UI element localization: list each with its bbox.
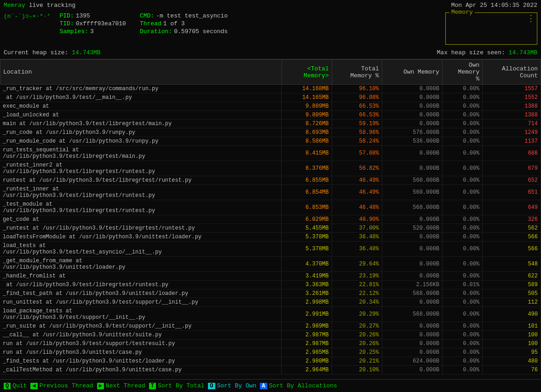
table-row: _runtest_inner at /usr/lib/python3.9/tes… — [0, 185, 541, 200]
cell-location: at /usr/lib/python3.9/test/__main__.py — [0, 93, 282, 102]
table-row: loadTestsFromModule at /usr/lib/python3.… — [0, 233, 541, 242]
cmd-value: -m test test_asyncio — [156, 12, 228, 19]
table-row: run_unittest at /usr/lib/python3.9/test/… — [0, 298, 541, 307]
cell-alloc-count: 1388 — [483, 111, 541, 120]
cell-location: _callTestMethod at /usr/lib/python3.9/un… — [0, 366, 282, 375]
table-header-row: Location <TotalMemory> TotalMemory % Own… — [0, 60, 541, 85]
cell-own-mem: 568.000B — [382, 200, 442, 215]
cell-total-pct: 20.34% — [332, 298, 382, 307]
table-row: _run_tracker at /src/src/memray/commands… — [0, 85, 541, 93]
cell-location: run_tests_sequential at /usr/lib/python3… — [0, 146, 282, 161]
cell-total-mem: 8.693MB — [282, 128, 332, 137]
cell-own-mem: 2.156KB — [382, 281, 442, 289]
alloc-key-badge: A — [260, 383, 267, 389]
header-alloc-count[interactable]: AllocationCount — [483, 60, 541, 85]
cell-own-mem: 0.000B — [382, 257, 442, 272]
cell-total-pct: 22.12% — [332, 289, 382, 298]
prev-key-group[interactable]: ◄ Previous Thread — [30, 382, 93, 389]
cell-total-pct: 20.25% — [332, 348, 382, 357]
thread-key-group[interactable]: T Sort By Total — [149, 382, 205, 389]
cell-total-mem: 3.419MB — [282, 272, 332, 281]
cell-total-mem: 14.165MB — [282, 93, 332, 102]
cell-own-pct: 0.00% — [442, 93, 482, 102]
table-row: at /usr/lib/python3.9/test/libregrtest/r… — [0, 281, 541, 289]
cell-total-pct: 23.19% — [332, 272, 382, 281]
cell-total-pct: 66.53% — [332, 111, 382, 120]
cell-total-mem: 6.853MB — [282, 200, 332, 215]
cell-total-mem: 2.989MB — [282, 322, 332, 331]
cell-own-pct: 0.00% — [442, 137, 482, 146]
cell-total-mem: 8.726MB — [282, 120, 332, 128]
cell-total-pct: 66.53% — [332, 102, 382, 111]
cell-own-pct: 0.00% — [442, 272, 482, 281]
table-row: load_package_tests at /usr/lib/python3.9… — [0, 307, 541, 322]
cell-total-pct: 46.48% — [332, 200, 382, 215]
table-row: runtest at /usr/lib/python3.9/test/libre… — [0, 176, 541, 185]
cell-own-pct: 0.01% — [442, 281, 482, 289]
header-total-pct[interactable]: TotalMemory % — [332, 60, 382, 85]
header-own-pct[interactable]: Own Memory% — [442, 60, 482, 85]
cell-total-mem: 6.029MB — [282, 215, 332, 224]
cell-alloc-count: 562 — [483, 224, 541, 233]
quit-key-group[interactable]: Q Quit — [4, 382, 27, 389]
cell-own-pct: 0.00% — [442, 128, 482, 137]
current-heap-label: Current heap size: — [4, 49, 68, 56]
cell-alloc-count: 649 — [483, 200, 541, 215]
cell-total-pct: 20.26% — [332, 331, 382, 340]
cell-alloc-count: 652 — [483, 176, 541, 185]
cell-own-mem: 560.000B — [382, 185, 442, 200]
alloc-key-group[interactable]: A Sort By Allocations — [260, 382, 337, 389]
own-key-group[interactable]: O Sort By Own — [208, 382, 256, 389]
app-name: Memray — [4, 2, 25, 9]
next-key-group[interactable]: ► Next Thread — [97, 382, 145, 389]
cell-own-pct: 0.00% — [442, 233, 482, 242]
cell-location: main at /usr/lib/python3.9/test/libregrt… — [0, 120, 282, 128]
cell-own-pct: 0.00% — [442, 357, 482, 366]
header-title: Memray live tracking — [4, 2, 75, 9]
cell-total-mem: 6.855MB — [282, 176, 332, 185]
cell-alloc-count: 1137 — [483, 137, 541, 146]
table-body: _run_tracker at /src/src/memray/commands… — [0, 85, 541, 375]
cell-own-pct: 0.00% — [442, 340, 482, 348]
cell-own-mem: 0.000B — [382, 331, 442, 340]
cell-total-mem: 3.363MB — [282, 281, 332, 289]
cell-location: run at /usr/lib/python3.9/unittest/case.… — [0, 348, 282, 357]
cell-alloc-count: 1388 — [483, 102, 541, 111]
header-total-mem[interactable]: <TotalMemory> — [282, 60, 332, 85]
cell-own-mem: 0.000B — [382, 120, 442, 128]
cell-total-mem: 3.261MB — [282, 289, 332, 298]
cell-alloc-count: 566 — [483, 233, 541, 242]
cell-own-pct: 0.00% — [442, 257, 482, 272]
tid-label: TID: — [59, 20, 74, 27]
table-row: _runtest_inner2 at /usr/lib/python3.9/te… — [0, 161, 541, 176]
cell-own-mem: 568.000B — [382, 289, 442, 298]
next-key-badge: ► — [97, 383, 104, 389]
cell-own-mem: 624.000B — [382, 357, 442, 366]
cell-own-mem: 0.000B — [382, 366, 442, 375]
cell-own-mem: 0.000B — [382, 348, 442, 357]
cell-total-mem: 5.378MB — [282, 242, 332, 257]
cell-own-pct: 0.00% — [442, 146, 482, 161]
cell-total-pct: 58.96% — [332, 128, 382, 137]
header-own-mem[interactable]: Own Memory — [382, 60, 442, 85]
max-heap-value: 14.743MB — [509, 49, 537, 56]
scroll-area[interactable]: _run_tracker at /src/src/memray/commands… — [0, 85, 541, 379]
cell-alloc-count: 651 — [483, 185, 541, 200]
cell-alloc-count: 566 — [483, 242, 541, 257]
cell-own-mem: 0.000B — [382, 146, 442, 161]
table-row: run at /usr/lib/python3.9/test/support/t… — [0, 340, 541, 348]
cell-own-pct: 0.00% — [442, 120, 482, 128]
table-row: __call__ at /usr/lib/python3.9/unittest/… — [0, 331, 541, 340]
cmd-label: CMD: — [140, 12, 154, 19]
cell-own-mem: 0.000B — [382, 161, 442, 176]
cell-alloc-count: 505 — [483, 289, 541, 298]
header-datetime: Mon Apr 25 14:05:35 2022 — [451, 2, 537, 9]
cell-total-pct: 58.24% — [332, 137, 382, 146]
cell-alloc-count: 714 — [483, 120, 541, 128]
duration-value: 0.59705 seconds — [174, 28, 228, 35]
cell-own-pct: 0.00% — [442, 85, 482, 93]
cell-total-pct: 20.29% — [332, 307, 382, 322]
quit-label: Quit — [12, 382, 27, 389]
cell-total-mem: 2.987MB — [282, 340, 332, 348]
cell-own-pct: 0.00% — [442, 111, 482, 120]
